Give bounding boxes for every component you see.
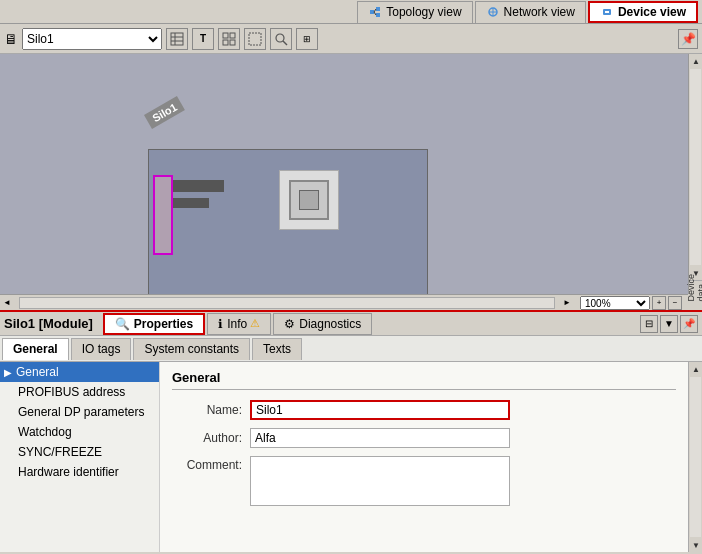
right-scroll-track[interactable] — [690, 377, 701, 537]
svg-rect-16 — [223, 40, 228, 45]
zoom-select[interactable]: 100% — [580, 296, 650, 310]
device-icon — [600, 5, 614, 19]
scroll-track-v[interactable] — [690, 69, 701, 265]
props-expand-btn[interactable]: ⊟ — [640, 315, 658, 333]
nav-item-hwident[interactable]: Hardware identifier — [0, 462, 159, 482]
subtab-sysconstants[interactable]: System constants — [133, 338, 250, 360]
info-icon: ℹ — [218, 317, 223, 331]
subtab-sysconstants-label: System constants — [144, 342, 239, 356]
device-image — [279, 170, 339, 230]
tab-device-label: Device view — [618, 5, 686, 19]
props-content: ▶ General PROFIBUS address General DP pa… — [0, 362, 702, 552]
hscroll-track[interactable] — [19, 297, 555, 309]
props-header: Silo1 [Module] 🔍 Properties ℹ Info ⚠ ⚙ D… — [0, 310, 702, 336]
nav-label-generaldp: General DP parameters — [18, 405, 145, 419]
module-title: Silo1 [Module] — [4, 316, 93, 331]
tab-info-label: Info — [227, 317, 247, 331]
nav-item-watchdog[interactable]: Watchdog — [0, 422, 159, 442]
device-data-tab[interactable]: Device data — [689, 280, 702, 294]
rack-module — [153, 175, 173, 255]
form-row-author: Author: — [172, 428, 676, 448]
props-right-buttons: ⊟ ▼ 📌 — [640, 315, 698, 333]
zoom-control: 100% + − — [574, 296, 688, 310]
diagnostics-icon: ⚙ — [284, 317, 295, 331]
tab-properties-label: Properties — [134, 317, 193, 331]
input-name[interactable] — [250, 400, 510, 420]
tab-topology[interactable]: Topology view — [357, 1, 472, 23]
label-name: Name: — [172, 403, 242, 417]
tab-info[interactable]: ℹ Info ⚠ — [207, 313, 271, 335]
right-scroll-up[interactable]: ▲ — [689, 362, 702, 376]
tab-device[interactable]: Device view — [588, 1, 698, 23]
sub-tabs: General IO tags System constants Texts — [0, 336, 702, 362]
info-warning-icon: ⚠ — [250, 317, 260, 330]
device-select[interactable]: Silo1 — [22, 28, 162, 50]
nav-label-profibus: PROFIBUS address — [18, 385, 125, 399]
subtab-general[interactable]: General — [2, 338, 69, 360]
nav-item-generaldp[interactable]: General DP parameters — [0, 402, 159, 422]
rack-bar1 — [164, 180, 224, 192]
scroll-up-btn[interactable]: ▲ — [689, 54, 702, 68]
subtab-texts[interactable]: Texts — [252, 338, 302, 360]
zoom-btns: + − — [652, 296, 682, 310]
right-content: General Name: Author: Comment: — [160, 362, 688, 552]
canvas-hscrollbar: ◄ ► 100% + − — [0, 294, 688, 310]
zoom-out-btn[interactable]: − — [668, 296, 682, 310]
device-label: Silo1 — [144, 96, 185, 129]
zoom-in-btn[interactable]: + — [652, 296, 666, 310]
nav-label-general: General — [16, 365, 59, 379]
toolbar-btn-select[interactable] — [244, 28, 266, 50]
tab-properties[interactable]: 🔍 Properties — [103, 313, 205, 335]
nav-item-general[interactable]: ▶ General — [0, 362, 159, 382]
tab-diagnostics[interactable]: ⚙ Diagnostics — [273, 313, 372, 335]
label-comment: Comment: — [172, 456, 242, 472]
section-title: General — [172, 370, 676, 390]
nav-item-profibus[interactable]: PROFIBUS address — [0, 382, 159, 402]
svg-rect-1 — [376, 7, 380, 11]
nav-label-syncfreeze: SYNC/FREEZE — [18, 445, 102, 459]
subtab-general-label: General — [13, 342, 58, 356]
nav-label-hwident: Hardware identifier — [18, 465, 119, 479]
tab-network-label: Network view — [504, 5, 575, 19]
toolbar-btn-zoom[interactable] — [270, 28, 292, 50]
toolbar-btn-text[interactable]: T — [192, 28, 214, 50]
network-icon — [486, 5, 500, 19]
form-row-name: Name: — [172, 400, 676, 420]
left-nav: ▶ General PROFIBUS address General DP pa… — [0, 362, 160, 552]
toolbar: 🖥 Silo1 T ⊞ 📌 — [0, 24, 702, 54]
canvas-vscrollbar: ▲ ▼ Device data — [688, 54, 702, 294]
input-author[interactable] — [250, 428, 510, 448]
svg-line-3 — [374, 9, 376, 12]
toolbar-btn-grid[interactable] — [218, 28, 240, 50]
toolbar-pin-btn[interactable]: 📌 — [678, 29, 698, 49]
svg-point-19 — [276, 34, 284, 42]
top-tabs-bar: Topology view Network view Device view — [0, 0, 702, 24]
nav-arrow-general: ▶ — [4, 367, 12, 378]
svg-rect-2 — [376, 13, 380, 17]
rack-module-inner — [155, 177, 171, 253]
props-menu-btn[interactable]: ▼ — [660, 315, 678, 333]
toolbar-device-icon: 🖥 — [4, 31, 18, 47]
toolbar-right: 📌 — [678, 29, 698, 49]
subtab-iotags[interactable]: IO tags — [71, 338, 132, 360]
tab-network[interactable]: Network view — [475, 1, 586, 23]
form-row-comment: Comment: — [172, 456, 676, 506]
hscroll-left-btn[interactable]: ◄ — [0, 296, 14, 310]
nav-item-syncfreeze[interactable]: SYNC/FREEZE — [0, 442, 159, 462]
input-comment[interactable] — [250, 456, 510, 506]
props-pin-btn[interactable]: 📌 — [680, 315, 698, 333]
svg-rect-10 — [171, 33, 183, 45]
svg-rect-17 — [230, 40, 235, 45]
toolbar-btn-table[interactable] — [166, 28, 188, 50]
tab-diagnostics-label: Diagnostics — [299, 317, 361, 331]
hscroll-right-btn[interactable]: ► — [560, 296, 574, 310]
canvas: Silo1 — [0, 54, 688, 294]
right-scroll-down[interactable]: ▼ — [689, 538, 702, 552]
device-chip — [289, 180, 329, 220]
svg-rect-14 — [223, 33, 228, 38]
nav-label-watchdog: Watchdog — [18, 425, 72, 439]
svg-rect-0 — [370, 10, 374, 14]
subtab-iotags-label: IO tags — [82, 342, 121, 356]
label-author: Author: — [172, 431, 242, 445]
toolbar-btn-fit[interactable]: ⊞ — [296, 28, 318, 50]
